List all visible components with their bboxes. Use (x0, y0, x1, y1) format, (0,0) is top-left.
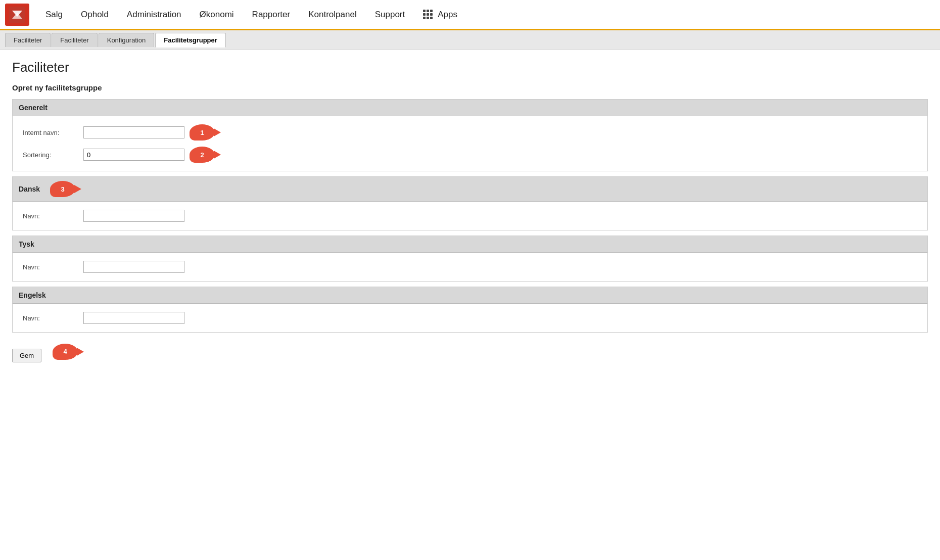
section-engelsk-body: Navn: (13, 304, 927, 332)
input-sortering[interactable] (83, 149, 184, 161)
section-dansk-body: Navn: (13, 202, 927, 230)
row-sortering: Sortering: 2 (23, 147, 917, 163)
nav-support[interactable]: Support (366, 0, 414, 29)
label-tysk-navn: Navn: (23, 263, 83, 271)
nav-ophold[interactable]: Ophold (72, 0, 118, 29)
input-engelsk-navn[interactable] (83, 312, 184, 324)
label-internt-navn: Internt navn: (23, 129, 83, 136)
section-engelsk-header: Engelsk (13, 287, 927, 304)
section-tysk-header: Tysk (13, 236, 927, 253)
nav-administration[interactable]: Administration (118, 0, 191, 29)
row-engelsk-navn: Navn: (23, 312, 917, 324)
section-generelt: Generelt Internt navn: 1 Sortering: 2 (12, 99, 928, 171)
bubble-2: 2 (190, 147, 215, 163)
nav-apps[interactable]: Apps (414, 0, 466, 29)
label-dansk-navn: Navn: (23, 212, 83, 220)
section-generelt-body: Internt navn: 1 Sortering: 2 (13, 116, 927, 171)
top-navigation: Salg Ophold Administration Økonomi Rappo… (0, 0, 940, 30)
tab-facilitetsgrupper[interactable]: Facilitetsgrupper (155, 33, 225, 48)
nav-okonomi[interactable]: Økonomi (191, 0, 243, 29)
nav-items: Salg Ophold Administration Økonomi Rappo… (36, 0, 466, 29)
section-tysk-body: Navn: (13, 253, 927, 281)
nav-kontrolpanel[interactable]: Kontrolpanel (299, 0, 365, 29)
save-button[interactable]: Gem (12, 349, 41, 362)
form-subtitle: Opret ny facilitetsgruppe (12, 83, 928, 92)
save-row: Gem 4 (12, 341, 928, 362)
row-internt-navn: Internt navn: 1 (23, 124, 917, 141)
sub-navigation: Faciliteter Faciliteter Konfiguration Fa… (0, 30, 940, 50)
label-engelsk-navn: Navn: (23, 314, 83, 322)
section-generelt-header: Generelt (13, 100, 927, 116)
input-dansk-navn[interactable] (83, 210, 184, 222)
nav-salg[interactable]: Salg (36, 0, 72, 29)
section-dansk: Dansk 3 Navn: (12, 176, 928, 230)
main-content: Faciliteter Opret ny facilitetsgruppe Ge… (0, 50, 940, 372)
nav-rapporter[interactable]: Rapporter (243, 0, 300, 29)
section-engelsk: Engelsk Navn: (12, 287, 928, 333)
row-tysk-navn: Navn: (23, 261, 917, 273)
tab-konfiguration[interactable]: Konfiguration (99, 33, 155, 47)
input-internt-navn[interactable] (83, 126, 184, 138)
page-title: Faciliteter (12, 60, 928, 75)
label-sortering: Sortering: (23, 151, 83, 159)
tab-faciliteter2[interactable]: Faciliteter (52, 33, 97, 47)
input-tysk-navn[interactable] (83, 261, 184, 273)
logo (5, 4, 29, 26)
annotation-1: 1 (190, 124, 215, 141)
annotation-3: 3 (50, 181, 75, 197)
nav-apps-label: Apps (438, 10, 457, 20)
bubble-1: 1 (190, 124, 215, 141)
row-dansk-navn: Navn: (23, 210, 917, 222)
bubble-4: 4 (53, 344, 78, 360)
annotation-4: 4 (53, 344, 78, 360)
section-tysk: Tysk Navn: (12, 236, 928, 282)
apps-grid-icon (423, 10, 433, 19)
annotation-2: 2 (190, 147, 215, 163)
tab-faciliteter1[interactable]: Faciliteter (5, 33, 51, 47)
section-dansk-header: Dansk 3 (13, 177, 927, 202)
section-dansk-header-label: Dansk (19, 185, 40, 193)
bubble-3: 3 (50, 181, 75, 197)
